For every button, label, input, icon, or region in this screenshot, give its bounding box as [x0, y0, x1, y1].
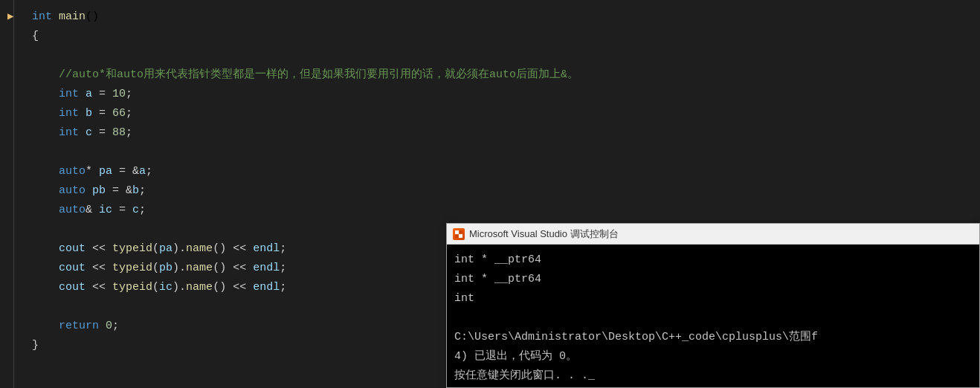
line-content: cout << typeid(ic).name() << endl; — [17, 278, 286, 297]
line-content: //auto*和auto用来代表指针类型都是一样的，但是如果我们要用引用的话，就… — [17, 65, 578, 85]
svg-rect-3 — [455, 235, 458, 238]
line-content: { — [17, 27, 39, 46]
debug-output-line: C:\Users\Administrator\Desktop\C++_code\… — [454, 328, 972, 347]
line-content: int a = 10; — [17, 85, 132, 104]
vs-icon — [453, 228, 465, 240]
code-line — [0, 46, 980, 65]
debug-output-line: int * __ptr64 — [454, 250, 972, 270]
arrow-indicator: ▶ — [7, 10, 13, 22]
code-line: int b = 66; — [0, 104, 980, 123]
code-line: auto* pa = &a; — [0, 162, 980, 181]
debug-output-body: int * __ptr64 int * __ptr64 int C:\Users… — [447, 245, 979, 387]
code-line: //auto*和auto用来代表指针类型都是一样的，但是如果我们要用引用的话，就… — [0, 65, 980, 85]
svg-rect-0 — [455, 230, 459, 234]
line-content — [17, 297, 39, 317]
debug-console-title: Microsoft Visual Studio 调试控制台 — [469, 227, 619, 241]
svg-rect-2 — [460, 230, 462, 233]
debug-output-line: int — [454, 289, 972, 308]
code-line: auto& ic = c; — [0, 201, 980, 220]
line-content — [17, 220, 39, 239]
line-content: return 0; — [17, 317, 119, 336]
debug-title-bar: Microsoft Visual Studio 调试控制台 — [447, 224, 979, 245]
line-content: int c = 88; — [17, 123, 132, 143]
code-line: { — [0, 27, 980, 46]
code-line: int a = 10; — [0, 85, 980, 104]
line-content: auto& ic = c; — [17, 201, 146, 220]
line-content: cout << typeid(pa).name() << endl; — [17, 239, 286, 259]
debug-output-line: int * __ptr64 — [454, 270, 972, 289]
line-content: auto* pa = &a; — [17, 162, 152, 181]
line-content: cout << typeid(pb).name() << endl; — [17, 259, 286, 278]
debug-output-line: 按任意键关闭此窗口. . ._ — [454, 366, 972, 386]
debug-output-line: 4) 已退出，代码为 0。 — [454, 347, 972, 366]
code-line: auto pb = &b; — [0, 181, 980, 201]
code-editor: ▶ int main() { //auto*和auto用来代表指针类型都是一样的… — [0, 0, 980, 388]
line-content — [17, 143, 39, 162]
line-content: int main() — [17, 7, 99, 27]
debug-output-line — [454, 308, 972, 328]
line-content — [17, 46, 39, 65]
line-content: int b = 66; — [17, 104, 132, 123]
code-line — [0, 143, 980, 162]
debug-console[interactable]: Microsoft Visual Studio 调试控制台 int * __pt… — [446, 223, 980, 388]
code-line: int c = 88; — [0, 123, 980, 143]
code-line: ▶ int main() — [0, 7, 980, 27]
line-content: auto pb = &b; — [17, 181, 146, 201]
line-content: } — [17, 336, 39, 355]
svg-rect-1 — [459, 234, 462, 238]
